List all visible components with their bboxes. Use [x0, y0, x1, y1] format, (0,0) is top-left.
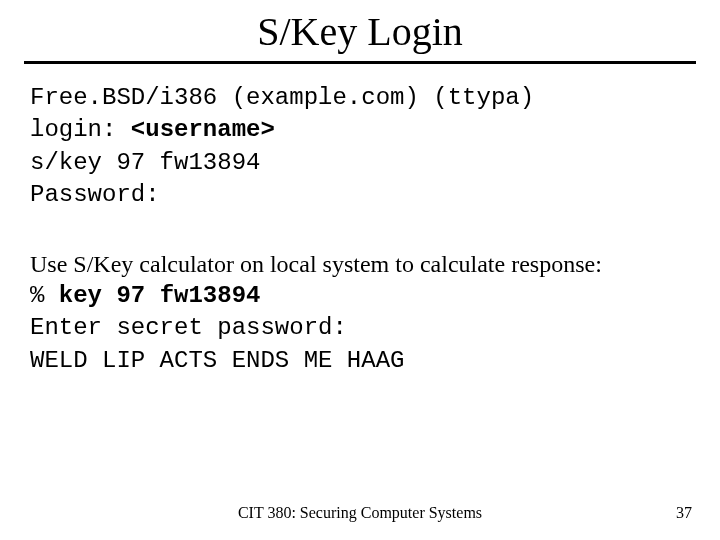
- title-rule: [24, 61, 696, 64]
- calc-line-1-prompt: %: [30, 282, 59, 309]
- footer-page-number: 37: [676, 504, 692, 522]
- login-line-4: Password:: [30, 181, 160, 208]
- calc-line-1-cmd: key 97 fw13894: [59, 282, 261, 309]
- login-line-1: Free.BSD/i386 (example.com) (ttypa): [30, 84, 534, 111]
- login-block: Free.BSD/i386 (example.com) (ttypa) logi…: [30, 82, 690, 212]
- login-line-3: s/key 97 fw13894: [30, 149, 260, 176]
- calculator-intro: Use S/Key calculator on local system to …: [30, 248, 690, 280]
- footer-course: CIT 380: Securing Computer Systems: [0, 504, 720, 522]
- slide: S/Key Login Free.BSD/i386 (example.com) …: [0, 8, 720, 540]
- calculator-lines: % key 97 fw13894 Enter secret password: …: [30, 280, 690, 377]
- calc-line-3: WELD LIP ACTS ENDS ME HAAG: [30, 347, 404, 374]
- calc-line-2: Enter secret password:: [30, 314, 347, 341]
- slide-body: Free.BSD/i386 (example.com) (ttypa) logi…: [30, 82, 690, 377]
- calculator-block: Use S/Key calculator on local system to …: [30, 248, 690, 378]
- login-line-2-username: <username>: [131, 116, 275, 143]
- login-line-2-prefix: login:: [30, 116, 131, 143]
- slide-title: S/Key Login: [0, 8, 720, 55]
